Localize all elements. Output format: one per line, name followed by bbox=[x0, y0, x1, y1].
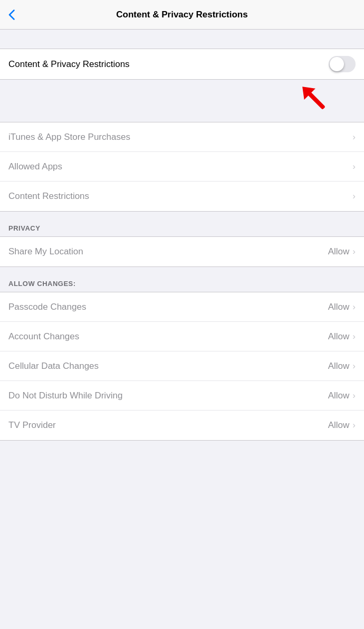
account-changes-chevron-icon: › bbox=[352, 331, 356, 342]
content-restrictions-row[interactable]: Content Restrictions › bbox=[0, 182, 364, 211]
passcode-changes-row[interactable]: Passcode Changes Allow › bbox=[0, 292, 364, 322]
tv-provider-row[interactable]: TV Provider Allow › bbox=[0, 411, 364, 440]
tv-provider-label: TV Provider bbox=[8, 420, 328, 431]
passcode-changes-chevron-icon: › bbox=[352, 302, 356, 312]
account-changes-row[interactable]: Account Changes Allow › bbox=[0, 322, 364, 351]
itunes-chevron-icon: › bbox=[352, 132, 356, 142]
top-spacer bbox=[0, 30, 364, 49]
cellular-data-changes-chevron-icon: › bbox=[352, 361, 356, 371]
itunes-right: › bbox=[352, 132, 356, 142]
main-items-section: iTunes & App Store Purchases › Allowed A… bbox=[0, 122, 364, 212]
do-not-disturb-right: Allow › bbox=[328, 390, 356, 401]
toggle-knob bbox=[330, 57, 344, 71]
cellular-data-changes-row[interactable]: Cellular Data Changes Allow › bbox=[0, 351, 364, 381]
passcode-changes-value: Allow bbox=[328, 302, 350, 312]
cellular-data-changes-value: Allow bbox=[328, 361, 350, 371]
toggle-section: Content & Privacy Restrictions bbox=[0, 49, 364, 80]
page-title: Content & Privacy Restrictions bbox=[116, 9, 247, 20]
passcode-changes-label: Passcode Changes bbox=[8, 302, 328, 312]
allow-changes-header-label: ALLOW CHANGES: bbox=[8, 280, 76, 288]
share-location-label: Share My Location bbox=[8, 246, 328, 257]
navigation-header: Content & Privacy Restrictions bbox=[0, 0, 364, 30]
privacy-section: Share My Location Allow › bbox=[0, 236, 364, 267]
red-arrow-annotation bbox=[295, 80, 338, 122]
account-changes-label: Account Changes bbox=[8, 331, 328, 342]
content-privacy-toggle[interactable] bbox=[329, 56, 356, 72]
share-location-right: Allow › bbox=[328, 246, 356, 257]
allowed-apps-row[interactable]: Allowed Apps › bbox=[0, 152, 364, 182]
share-location-chevron-icon: › bbox=[352, 246, 356, 257]
allow-changes-section-header: ALLOW CHANGES: bbox=[0, 267, 364, 292]
account-changes-value: Allow bbox=[328, 331, 350, 342]
annotation-arrow-container bbox=[0, 80, 364, 122]
share-location-row[interactable]: Share My Location Allow › bbox=[0, 237, 364, 266]
do-not-disturb-label: Do Not Disturb While Driving bbox=[8, 390, 328, 401]
itunes-label: iTunes & App Store Purchases bbox=[8, 132, 352, 142]
toggle-label: Content & Privacy Restrictions bbox=[8, 59, 329, 70]
content-privacy-toggle-row: Content & Privacy Restrictions bbox=[0, 49, 364, 79]
account-changes-right: Allow › bbox=[328, 331, 356, 342]
allowed-apps-chevron-icon: › bbox=[352, 161, 356, 172]
itunes-row[interactable]: iTunes & App Store Purchases › bbox=[0, 122, 364, 152]
content-restrictions-right: › bbox=[352, 191, 356, 202]
privacy-section-header: PRIVACY bbox=[0, 212, 364, 236]
privacy-header-label: PRIVACY bbox=[8, 224, 40, 232]
tv-provider-value: Allow bbox=[328, 420, 350, 431]
tv-provider-right: Allow › bbox=[328, 420, 356, 431]
tv-provider-chevron-icon: › bbox=[352, 420, 356, 431]
share-location-value: Allow bbox=[328, 246, 350, 257]
cellular-data-changes-label: Cellular Data Changes bbox=[8, 361, 328, 371]
allowed-apps-right: › bbox=[352, 161, 356, 172]
do-not-disturb-row[interactable]: Do Not Disturb While Driving Allow › bbox=[0, 381, 364, 411]
back-button[interactable] bbox=[4, 5, 20, 24]
passcode-changes-right: Allow › bbox=[328, 302, 356, 312]
content-restrictions-label: Content Restrictions bbox=[8, 191, 352, 202]
cellular-data-changes-right: Allow › bbox=[328, 361, 356, 371]
do-not-disturb-value: Allow bbox=[328, 390, 350, 401]
allowed-apps-label: Allowed Apps bbox=[8, 161, 352, 172]
content-restrictions-chevron-icon: › bbox=[352, 191, 356, 202]
allow-changes-section: Passcode Changes Allow › Account Changes… bbox=[0, 292, 364, 441]
do-not-disturb-chevron-icon: › bbox=[352, 390, 356, 401]
